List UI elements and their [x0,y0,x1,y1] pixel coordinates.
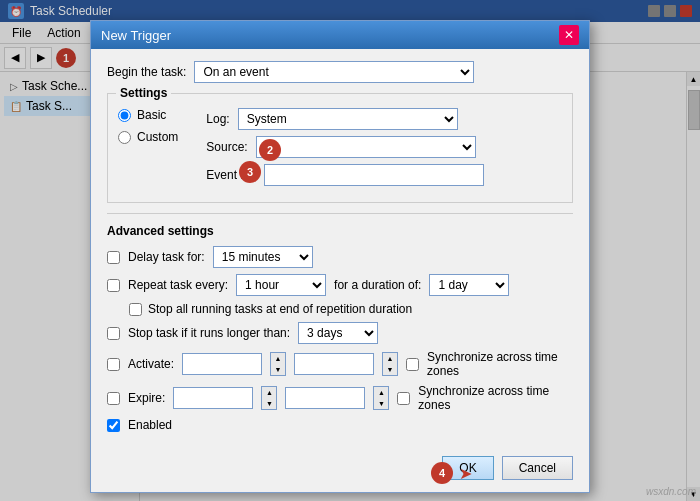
source-label: Source: [206,140,247,154]
divider-1 [107,213,573,214]
activate-tz-checkbox[interactable] [406,358,419,371]
advanced-section: Advanced settings Delay task for: 15 min… [107,224,573,432]
source-select[interactable] [256,136,476,158]
expire-time-input[interactable]: 12:12:47 PM [285,387,365,409]
expire-date-input[interactable]: 25/06/2021 [173,387,253,409]
step4-arrow: ➤ [459,464,472,483]
log-row: Log: System [206,108,483,130]
advanced-label: Advanced settings [107,224,573,238]
expire-date-down[interactable]: ▼ [262,398,276,409]
stop-longer-row: Stop task if it runs longer than: 3 days [107,322,573,344]
dialog-content: Begin the task: On an event Settings Bas… [91,49,589,448]
stop-longer-checkbox[interactable] [107,327,120,340]
new-trigger-dialog: New Trigger ✕ Begin the task: On an even… [90,20,590,493]
expire-sync-label: Synchronize across time zones [418,384,573,412]
enabled-row: Enabled [107,418,573,432]
radio-basic[interactable] [118,109,131,122]
stop-longer-select[interactable]: 3 days [298,322,378,344]
begin-task-row: Begin the task: On an event [107,61,573,83]
activate-label: Activate: [128,357,174,371]
expire-tz-checkbox[interactable] [397,392,410,405]
activate-row: Activate: 25/06/2020 ▲ ▼ 12:12:47 PM ▲ ▼ [107,350,573,378]
activate-time-input[interactable]: 12:12:47 PM [294,353,374,375]
activate-time-up[interactable]: ▲ [383,353,397,364]
expire-label: Expire: [128,391,165,405]
watermark: wsxdn.com [646,486,696,497]
activate-date-input[interactable]: 25/06/2020 [182,353,262,375]
repeat-label: Repeat task every: [128,278,228,292]
stop-all-label: Stop all running tasks at end of repetit… [148,302,412,316]
expire-row: Expire: 25/06/2021 ▲ ▼ 12:12:47 PM ▲ ▼ [107,384,573,412]
activate-sync-label: Synchronize across time zones [427,350,573,378]
dialog-titlebar: New Trigger ✕ [91,21,589,49]
enabled-checkbox[interactable] [107,419,120,432]
for-duration-label: for a duration of: [334,278,421,292]
activate-checkbox[interactable] [107,358,120,371]
radio-custom-row: Custom [118,130,178,144]
step4-container: 4 ➤ [431,462,472,484]
step3-badge: 3 [239,161,261,183]
settings-section: Settings Basic Custom [107,93,573,203]
expire-time-up[interactable]: ▲ [374,387,388,398]
enabled-label: Enabled [128,418,172,432]
expire-date-up[interactable]: ▲ [262,387,276,398]
expire-time-down[interactable]: ▼ [374,398,388,409]
activate-date-spin: ▲ ▼ [270,352,286,376]
dialog-title: New Trigger [101,28,171,43]
cancel-button[interactable]: Cancel [502,456,573,480]
expire-checkbox[interactable] [107,392,120,405]
log-label: Log: [206,112,229,126]
repeat-select[interactable]: 1 hour [236,274,326,296]
dialog-footer: OK Cancel [91,448,589,492]
activate-date-down[interactable]: ▼ [271,364,285,375]
stop-longer-label: Stop task if it runs longer than: [128,326,290,340]
activate-time-spin: ▲ ▼ [382,352,398,376]
repeat-row: Repeat task every: 1 hour for a duration… [107,274,573,296]
dialog-close-btn[interactable]: ✕ [559,25,579,45]
begin-task-select[interactable]: On an event [194,61,474,83]
expire-date-spin: ▲ ▼ [261,386,277,410]
settings-label: Settings [116,86,171,100]
delay-checkbox[interactable] [107,251,120,264]
delay-select[interactable]: 15 minutes [213,246,313,268]
step2-container: 2 [259,139,281,161]
stop-all-row: Stop all running tasks at end of repetit… [107,302,573,316]
radio-group: Basic Custom [118,108,178,144]
repeat-checkbox[interactable] [107,279,120,292]
step2-badge: 2 [259,139,281,161]
activate-time-down[interactable]: ▼ [383,364,397,375]
begin-task-label: Begin the task: [107,65,186,79]
radio-custom-label: Custom [137,130,178,144]
dialog-overlay: New Trigger ✕ Begin the task: On an even… [0,0,700,501]
log-select[interactable]: System [238,108,458,130]
event-id-input[interactable]: 1074 [264,164,484,186]
expire-time-spin: ▲ ▼ [373,386,389,410]
radio-custom[interactable] [118,131,131,144]
delay-label: Delay task for: [128,250,205,264]
duration-select[interactable]: 1 day [429,274,509,296]
step3-container: 3 [239,161,261,183]
radio-basic-label: Basic [137,108,166,122]
step4-badge: 4 [431,462,453,484]
stop-all-checkbox[interactable] [129,303,142,316]
activate-date-up[interactable]: ▲ [271,353,285,364]
source-row: Source: [206,136,483,158]
radio-basic-row: Basic [118,108,178,122]
settings-inner: Basic Custom Log: System [118,108,562,192]
delay-row: Delay task for: 15 minutes [107,246,573,268]
